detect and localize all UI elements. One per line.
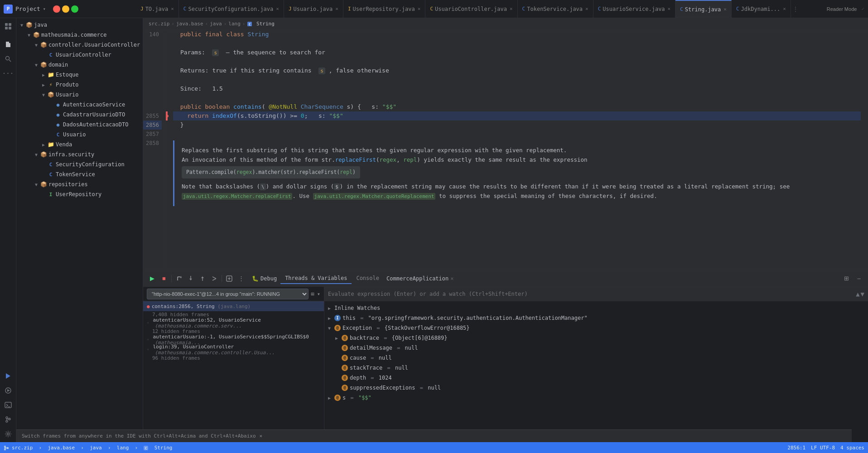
var-expand-s[interactable]: ▶ (328, 395, 334, 400)
tab-close-usuario-ctrl[interactable]: × (510, 6, 513, 12)
tree-item-token-svc[interactable]: C TokenService (16, 169, 143, 179)
more-tabs-icon[interactable]: ⋮ (793, 6, 798, 12)
tree-item-cadastrar-dto[interactable]: ● CadastrarUsuarioDTO (16, 110, 143, 120)
notification-close-btn[interactable]: × (260, 433, 263, 439)
var-row-backtrace[interactable]: ▶ @ backtrace = {Object[6]@16889} (324, 333, 868, 343)
var-expand-this[interactable]: ▶ (328, 316, 334, 321)
maximize-button[interactable] (71, 5, 78, 13)
checkmark-icon[interactable]: ✓ (861, 6, 864, 12)
tab-usuario-svc[interactable]: C UsuarioService.java × (593, 0, 676, 18)
tab-user-repo[interactable]: I UserRepository.java × (343, 0, 426, 18)
debug-layout-btn[interactable]: ⊞ (841, 273, 852, 284)
bc-javabase[interactable]: java.base (176, 21, 203, 27)
status-breadcrumb[interactable]: src.zip › java.base › java › lang › C St… (12, 445, 172, 451)
debug-stop-btn[interactable]: ■ (159, 273, 169, 284)
tree-item-commerce[interactable]: ▼ 📦 matheusmaia.commerce (16, 30, 143, 40)
debug-run-cursor-btn[interactable] (209, 273, 220, 284)
tab-close-jdk-dyn[interactable]: × (783, 6, 786, 12)
frame-autenticar-m1[interactable]: ◦ autenticarUsuario:-1, UsuarioService$$… (143, 335, 324, 345)
tree-item-controller-pkg[interactable]: ▼ 📦 controller.UsuarioController (16, 40, 143, 50)
reader-mode-button[interactable]: Reader Mode (824, 5, 860, 13)
var-row-inline-watches[interactable]: ▶ Inline Watches (324, 303, 868, 313)
tree-item-security-config[interactable]: C SecurityConfiguration (16, 159, 143, 169)
var-row-cause[interactable]: ▶ @ cause = null (324, 353, 868, 363)
tree-item-usuario-domain[interactable]: ▼ 📦 Usuario (16, 90, 143, 100)
run-config-close-icon[interactable]: × (450, 275, 453, 282)
debug-step-into-btn[interactable] (185, 273, 196, 284)
var-expand-backtrace[interactable]: ▶ (335, 336, 342, 341)
tree-item-produto[interactable]: ▶ ⚡ Produto (16, 80, 143, 90)
var-expand-inline[interactable]: ▶ (328, 306, 334, 311)
debug-more-btn[interactable]: ⋮ (236, 273, 246, 284)
tab-close-user-repo[interactable]: × (418, 6, 421, 12)
tree-item-usuario-ctrl[interactable]: C UsuarioController (16, 50, 143, 60)
project-dropdown-icon[interactable]: ▾ (43, 6, 46, 11)
var-expand-exception[interactable]: ▼ (328, 326, 334, 331)
debug-tab-threads-vars[interactable]: Threads & Variables (280, 273, 352, 284)
thread-select[interactable]: "http-nio-8080-exec-1"@12...4 in group "… (147, 289, 309, 299)
minimize-button[interactable] (62, 5, 69, 13)
tree-item-domain[interactable]: ▼ 📦 domain (16, 60, 143, 70)
debug-step-out-btn[interactable] (197, 273, 208, 284)
activity-more-icon[interactable]: ··· (2, 67, 14, 80)
activity-run-icon[interactable] (2, 384, 14, 397)
tree-item-venda[interactable]: ▶ 📁 Venda (16, 140, 143, 149)
tab-close-usuario[interactable]: × (335, 6, 338, 12)
var-row-suppressed[interactable]: ▶ @ suppressedExceptions = null (324, 383, 868, 393)
tree-item-autenticacao-svc[interactable]: ● AutenticacaoService (16, 100, 143, 110)
var-row-this[interactable]: ▶ I this = "org.springframework.security… (324, 313, 868, 323)
bc-lang[interactable]: lang (228, 21, 241, 27)
tab-usuario[interactable]: J Usuario.java × (284, 0, 343, 18)
tree-item-user-repo[interactable]: I UserRepository (16, 189, 143, 199)
tab-token-svc[interactable]: C TokenService.java × (518, 0, 593, 18)
debug-step-over-btn[interactable] (174, 273, 184, 284)
var-row-depth[interactable]: ▶ @ depth = 1024 (324, 373, 868, 383)
activity-terminal-icon[interactable] (2, 399, 14, 411)
settings-icon[interactable]: ▾ (317, 291, 320, 297)
debug-tab-console[interactable]: Console (352, 273, 384, 284)
frame-login-39[interactable]: ◦ login:39, UsuarioController (matheusma… (143, 345, 324, 355)
debug-eval-btn[interactable] (224, 273, 235, 284)
tab-string-java[interactable]: C String.java × (675, 0, 732, 18)
activity-git-icon[interactable] (2, 413, 14, 426)
tree-item-repositories[interactable]: ▼ 📦 repositories (16, 179, 143, 189)
expression-input[interactable] (328, 291, 854, 297)
close-button[interactable] (53, 5, 60, 13)
var-row-exception[interactable]: ▼ @ Exception = {StackOverflowError@1688… (324, 323, 868, 333)
var-row-detailmessage[interactable]: ▶ @ detailMessage = null (324, 343, 868, 353)
tab-usuario-ctrl[interactable]: C UsuarioController.java × (425, 0, 517, 18)
activity-files-icon[interactable] (2, 38, 14, 51)
activity-debug-icon[interactable] (2, 370, 14, 382)
frame-autenticar-52[interactable]: ◦ autenticarUsuario:52, UsuarioService (… (143, 318, 324, 328)
tree-item-usuario-class[interactable]: C Usuario (16, 130, 143, 140)
tab-close-usuario-svc[interactable]: × (668, 6, 671, 12)
status-encoding[interactable]: LF UTF-8 (811, 445, 835, 451)
status-indent[interactable]: 4 spaces (840, 445, 864, 451)
debug-resume-btn[interactable]: ▶ (147, 273, 158, 284)
tab-close-string[interactable]: × (723, 6, 727, 12)
tab-close-token-svc[interactable]: × (585, 6, 588, 12)
tree-item-dados-dto[interactable]: ● DadosAutenticacaoDTO (16, 120, 143, 130)
expr-up-icon[interactable]: ▲ (856, 290, 859, 298)
bc-java[interactable]: java (210, 21, 222, 27)
debug-minimize-btn[interactable]: – (854, 273, 864, 284)
expr-down-icon[interactable]: ▼ (861, 290, 864, 298)
activity-project-icon[interactable] (2, 20, 14, 33)
var-row-stacktrace[interactable]: ▶ @ stackTrace = null (324, 363, 868, 373)
var-row-s[interactable]: ▶ @ s = "$$" (324, 393, 868, 403)
activity-settings-icon[interactable] (2, 428, 14, 440)
tab-close-security[interactable]: × (276, 6, 279, 12)
tab-security-config[interactable]: C SecurityConfiguration.java × (179, 0, 284, 18)
tab-close-TO[interactable]: × (171, 6, 174, 12)
bc-string[interactable]: C String (247, 21, 274, 27)
frame-contains-2856[interactable]: ● contains:2856, String (java.lang) (143, 301, 324, 311)
tab-jdk-dyn[interactable]: C JdkDynami... × (732, 0, 791, 18)
activity-search-icon[interactable] (2, 53, 14, 65)
tree-item-estoque[interactable]: ▶ 📁 Estoque (16, 70, 143, 80)
tree-item-java[interactable]: ▼ 📦 java (16, 20, 143, 30)
status-git-icon[interactable] (4, 445, 9, 451)
tab-TO[interactable]: J TO.java × (136, 0, 179, 18)
status-position[interactable]: 2856:1 (787, 445, 805, 451)
bc-src[interactable]: src.zip (149, 21, 169, 27)
tree-item-infra-security[interactable]: ▼ 📦 infra.security (16, 149, 143, 159)
